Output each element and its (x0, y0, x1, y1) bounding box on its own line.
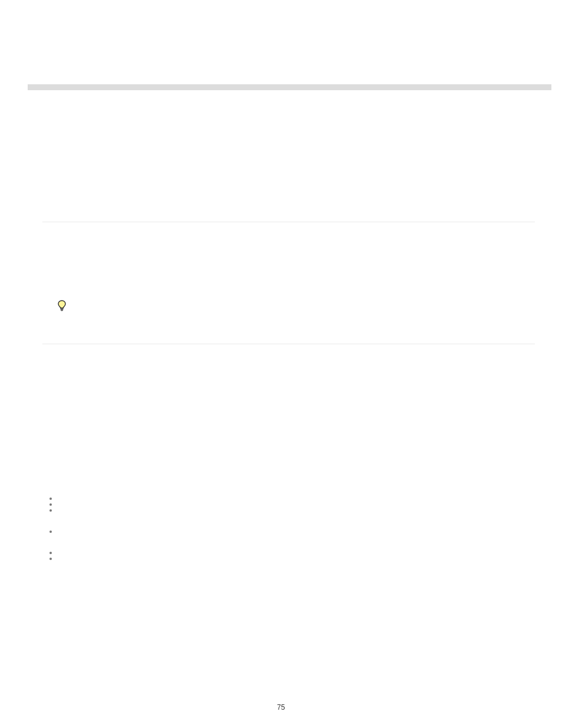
section-rule-bottom (42, 344, 535, 344)
svg-rect-0 (61, 308, 63, 309)
page-content (42, 212, 535, 564)
bullet-icon (49, 531, 52, 533)
list-item (49, 552, 535, 554)
svg-rect-1 (61, 309, 62, 311)
list-item (49, 531, 535, 533)
lightbulb-icon (58, 300, 66, 314)
list-item (49, 558, 535, 560)
header-divider (28, 84, 551, 90)
list-item (49, 503, 535, 506)
bullet-icon (49, 498, 52, 500)
bullet-icon (49, 503, 52, 506)
tip-callout (42, 297, 535, 318)
page-number: 75 (0, 703, 562, 711)
bullet-icon (49, 558, 52, 560)
list-item (49, 498, 535, 500)
section-rule-top (42, 222, 535, 222)
bullet-icon (49, 509, 52, 512)
bullet-icon (49, 552, 52, 554)
bullet-list (42, 498, 535, 560)
list-item (49, 509, 535, 512)
